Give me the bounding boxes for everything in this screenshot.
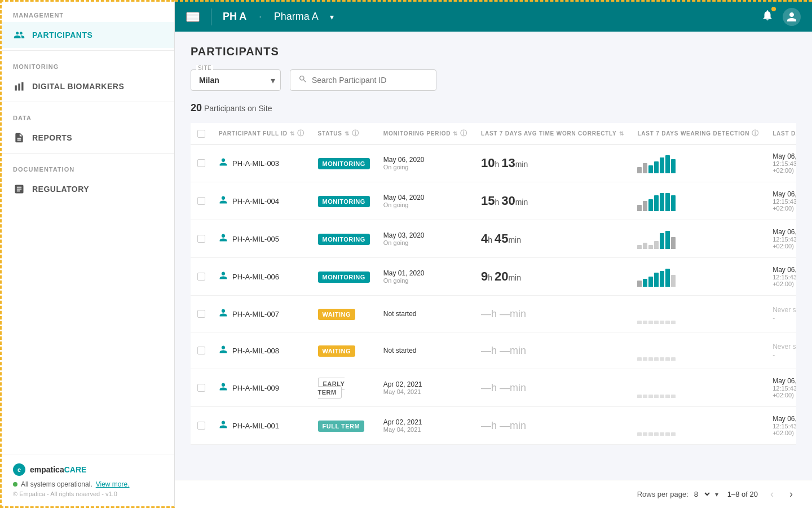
status-badge-6: EARLY TERM xyxy=(318,378,345,398)
info-icon-period[interactable]: ⓘ xyxy=(460,129,467,138)
col-detection: LAST 7 DAYS WEARING DETECTION ⓘ xyxy=(630,123,766,144)
row-checkbox-1[interactable] xyxy=(197,197,205,205)
info-icon[interactable]: ⓘ xyxy=(297,129,304,138)
info-icon-status[interactable]: ⓘ xyxy=(352,129,359,138)
header-separator: · xyxy=(259,12,261,22)
sidebar-item-digital-biomarkers[interactable]: DIGITAL BIOMARKERS xyxy=(2,73,174,99)
time-worn-0: 10h 13min xyxy=(481,160,528,169)
sidebar-section-management: MANAGEMENT xyxy=(2,2,174,22)
participants-count: 20 Participants on Site xyxy=(191,102,796,114)
person-icon-3 xyxy=(219,271,228,282)
bar-3-2 xyxy=(648,277,653,287)
bar-3-6 xyxy=(671,275,676,287)
row-checkbox-3[interactable] xyxy=(197,273,205,281)
sort-icon-period[interactable]: ⇅ xyxy=(453,130,458,137)
period-date-4: Not started xyxy=(383,310,467,318)
bar-0-6 xyxy=(671,159,676,173)
pagination-bar: Rows per page: 8 16 32 ▾ 1–8 of 20 ‹ › xyxy=(175,480,812,508)
rows-per-page-control: Rows per page: 8 16 32 ▾ xyxy=(637,489,718,499)
info-icon-detection[interactable]: ⓘ xyxy=(752,129,759,138)
sync-date-7: May 06, 2020 xyxy=(773,415,796,423)
sort-icon-time[interactable]: ⇅ xyxy=(619,130,624,137)
bar-7-0 xyxy=(637,432,642,436)
participant-id-value: PH-A-MIL-006 xyxy=(232,273,279,281)
svg-rect-0 xyxy=(15,85,17,90)
bar-5-2 xyxy=(648,357,653,361)
sidebar-item-regulatory[interactable]: REGULATORY xyxy=(2,176,174,202)
sort-icon-status[interactable]: ⇅ xyxy=(345,130,350,137)
select-all-checkbox[interactable] xyxy=(197,130,205,138)
sync-date-3: May 06, 2020 xyxy=(773,266,796,274)
period-sub-6: May 04, 2021 xyxy=(383,388,467,395)
participant-id-value: PH-A-MIL-007 xyxy=(232,310,279,318)
table-row[interactable]: PH-A-MIL-005 MONITORINGMay 03, 2020 On g… xyxy=(191,220,796,258)
bar-5-3 xyxy=(654,357,659,361)
row-checkbox-2[interactable] xyxy=(197,235,205,243)
file-icon xyxy=(13,132,25,144)
bar-5-5 xyxy=(665,357,670,361)
people-icon xyxy=(13,29,25,41)
user-avatar[interactable] xyxy=(783,8,801,26)
copyright-text: © Empatica - All rights reserved - v1.0 xyxy=(13,491,163,497)
sort-icon[interactable]: ⇅ xyxy=(290,130,295,137)
bar-4-2 xyxy=(648,321,653,324)
period-date-3: May 01, 2020 xyxy=(383,269,467,277)
menu-button[interactable] xyxy=(186,12,200,22)
row-checkbox-4[interactable] xyxy=(197,310,205,318)
table-row[interactable]: PH-A-MIL-001 FULL TERMApr 02, 2021 May 0… xyxy=(191,407,796,445)
table-row[interactable]: PH-A-MIL-007 WAITINGNot started —h —minN… xyxy=(191,296,796,332)
notification-button[interactable] xyxy=(761,9,774,24)
table-body: PH-A-MIL-003 MONITORINGMay 06, 2020 On g… xyxy=(191,144,796,445)
time-worn-1: 15h 30min xyxy=(481,198,528,207)
next-page-button[interactable]: › xyxy=(786,487,796,501)
bar-4-3 xyxy=(654,321,659,324)
bar-4-5 xyxy=(665,321,670,324)
row-checkbox-0[interactable] xyxy=(197,159,205,167)
bar-5-4 xyxy=(660,357,664,361)
table-row[interactable]: PH-A-MIL-006 MONITORINGMay 01, 2020 On g… xyxy=(191,258,796,296)
site-select[interactable]: Milan xyxy=(191,69,281,91)
bar-7-1 xyxy=(643,432,647,436)
sync-date-0: May 06, 2020 xyxy=(773,152,796,160)
bar-7-4 xyxy=(660,432,664,436)
bar-4-4 xyxy=(660,321,664,324)
person-icon-6 xyxy=(219,382,228,393)
doc-icon xyxy=(13,183,25,195)
period-date-6: Apr 02, 2021 xyxy=(383,380,467,388)
bar-2-4 xyxy=(660,233,664,249)
bar-6-0 xyxy=(637,395,642,398)
table-row[interactable]: PH-A-MIL-008 WAITINGNot started —h —minN… xyxy=(191,332,796,369)
time-worn-2: 4h 45min xyxy=(481,236,521,244)
person-icon-0 xyxy=(219,157,228,169)
bar-0-5 xyxy=(665,155,670,173)
table-row[interactable]: PH-A-MIL-003 MONITORINGMay 06, 2020 On g… xyxy=(191,144,796,182)
sync-never-4: Never synced xyxy=(773,306,796,314)
sidebar: MANAGEMENT PARTICIPANTS MONITORING DIGIT… xyxy=(0,0,175,508)
participant-id-value: PH-A-MIL-001 xyxy=(232,422,279,430)
row-checkbox-5[interactable] xyxy=(197,347,205,354)
table-row[interactable]: PH-A-MIL-004 MONITORINGMay 04, 2020 On g… xyxy=(191,182,796,220)
header-chevron-icon[interactable]: ▾ xyxy=(330,12,334,21)
person-icon-2 xyxy=(219,233,228,244)
row-checkbox-6[interactable] xyxy=(197,384,205,392)
bar-chart-6 xyxy=(637,378,759,398)
search-input[interactable] xyxy=(312,76,425,85)
bar-0-0 xyxy=(637,167,642,173)
site-select-wrapper: SITE Milan ▾ xyxy=(191,69,281,91)
sidebar-section-monitoring: MONITORING xyxy=(2,53,174,73)
system-status: All systems operational. View more. xyxy=(13,480,163,488)
sync-time-2: 12:15:43 AM (UTC +02:00) xyxy=(773,236,796,249)
view-more-link[interactable]: View more. xyxy=(96,480,130,488)
bar-1-6 xyxy=(671,195,676,211)
sidebar-item-reports[interactable]: REPORTS xyxy=(2,125,174,151)
bar-6-4 xyxy=(660,395,664,398)
bar-chart-1 xyxy=(637,191,759,211)
prev-page-button[interactable]: ‹ xyxy=(767,487,777,501)
table-row[interactable]: PH-A-MIL-009 EARLY TERMApr 02, 2021 May … xyxy=(191,369,796,407)
sync-date-1: May 06, 2020 xyxy=(773,190,796,198)
row-checkbox-7[interactable] xyxy=(197,422,205,430)
header-app-title: PH A xyxy=(223,11,246,23)
rows-per-page-select[interactable]: 8 16 32 xyxy=(692,489,712,499)
sidebar-item-participants[interactable]: PARTICIPANTS xyxy=(2,22,174,48)
app-header: PH A · Pharma A ▾ xyxy=(175,0,812,32)
